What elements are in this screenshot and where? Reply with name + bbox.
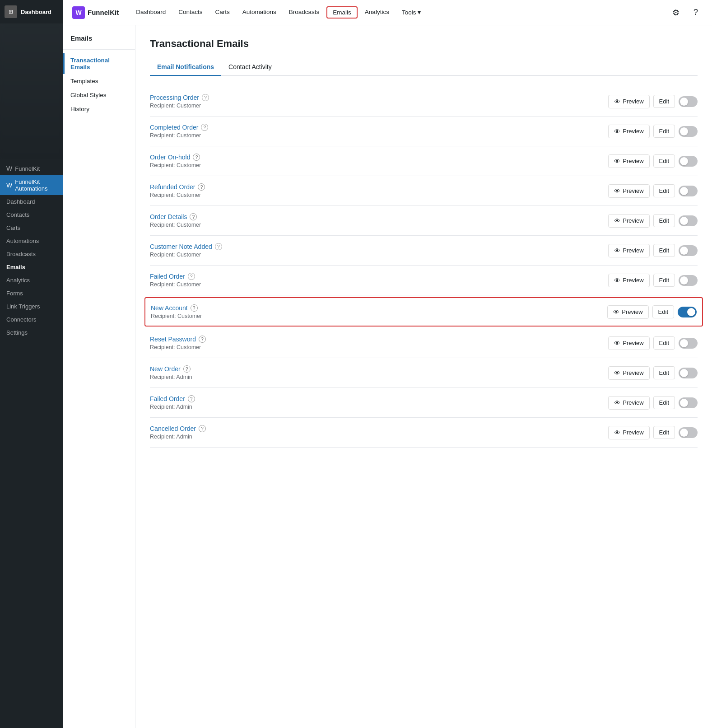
email-row-title-new-account[interactable]: New Account ? bbox=[151, 304, 607, 312]
email-row-subtitle-failed-order-admin: Recipient: Admin bbox=[150, 404, 608, 410]
sidebar-item-automations[interactable]: Automations bbox=[0, 234, 63, 247]
funnelkit-automations-icon: W bbox=[6, 182, 12, 189]
email-row-title-failed-order-customer[interactable]: Failed Order ? bbox=[150, 273, 608, 280]
help-icon-refunded-order[interactable]: ? bbox=[198, 183, 205, 191]
edit-button-processing-order[interactable]: Edit bbox=[653, 95, 675, 108]
help-icon-cancelled-order[interactable]: ? bbox=[199, 425, 206, 432]
preview-button-refunded-order[interactable]: 👁 Preview bbox=[608, 184, 649, 198]
nav-link-broadcasts[interactable]: Broadcasts bbox=[283, 0, 326, 25]
email-row-title-order-on-hold[interactable]: Order On-hold ? bbox=[150, 154, 608, 161]
preview-button-failed-order-admin[interactable]: 👁 Preview bbox=[608, 396, 649, 410]
help-icon-customer-note-added[interactable]: ? bbox=[215, 243, 222, 250]
preview-button-new-order[interactable]: 👁 Preview bbox=[608, 366, 649, 380]
sidebar-item-emails[interactable]: Emails bbox=[0, 261, 63, 274]
nav-link-tools[interactable]: Tools ▾ bbox=[396, 0, 427, 25]
settings-icon-button[interactable]: ⚙ bbox=[669, 5, 683, 20]
email-row-failed-order-admin: Failed Order ? Recipient: Admin 👁 Previe… bbox=[150, 388, 698, 418]
help-icon-button[interactable]: ? bbox=[689, 5, 703, 20]
toggle-processing-order[interactable] bbox=[679, 96, 698, 107]
sidebar-item-dashboard[interactable]: Dashboard bbox=[0, 195, 63, 208]
preview-button-new-account[interactable]: 👁 Preview bbox=[607, 305, 648, 319]
email-row-actions-order-on-hold: 👁 Preview Edit bbox=[608, 154, 698, 168]
sidebar-item-forms[interactable]: Forms bbox=[0, 287, 63, 300]
edit-button-failed-order-customer[interactable]: Edit bbox=[653, 274, 675, 287]
help-icon-new-order[interactable]: ? bbox=[183, 365, 191, 373]
help-icon-new-account[interactable]: ? bbox=[191, 304, 198, 312]
edit-button-customer-note-added[interactable]: Edit bbox=[653, 244, 675, 257]
preview-button-failed-order-customer[interactable]: 👁 Preview bbox=[608, 274, 649, 287]
emails-sidebar-item-transactional[interactable]: Transactional Emails bbox=[63, 53, 135, 74]
nav-link-analytics[interactable]: Analytics bbox=[358, 0, 396, 25]
top-nav-right: ⚙ ? bbox=[669, 5, 703, 20]
sidebar-item-analytics[interactable]: Analytics bbox=[0, 274, 63, 287]
toggle-completed-order[interactable] bbox=[679, 126, 698, 137]
help-icon-processing-order[interactable]: ? bbox=[202, 94, 209, 101]
sidebar-item-funnelkit[interactable]: W FunnelKit bbox=[0, 162, 63, 175]
email-row-title-failed-order-admin[interactable]: Failed Order ? bbox=[150, 395, 608, 402]
tab-email-notifications[interactable]: Email Notifications bbox=[150, 59, 221, 76]
sidebar-item-funnelkit-automations[interactable]: W FunnelKit Automations bbox=[0, 175, 63, 195]
edit-button-cancelled-order[interactable]: Edit bbox=[653, 426, 675, 439]
nav-link-carts[interactable]: Carts bbox=[209, 0, 236, 25]
preview-button-cancelled-order[interactable]: 👁 Preview bbox=[608, 426, 649, 439]
top-nav-logo[interactable]: W FunnelKit bbox=[72, 6, 119, 19]
help-icon-failed-order-admin[interactable]: ? bbox=[188, 395, 195, 402]
email-row-cancelled-order: Cancelled Order ? Recipient: Admin 👁 Pre… bbox=[150, 418, 698, 448]
email-row-title-new-order[interactable]: New Order ? bbox=[150, 365, 608, 373]
nav-link-dashboard[interactable]: Dashboard bbox=[130, 0, 172, 25]
edit-button-new-order[interactable]: Edit bbox=[653, 366, 675, 379]
email-row-title-reset-password[interactable]: Reset Password ? bbox=[150, 336, 608, 343]
sidebar-item-contacts[interactable]: Contacts bbox=[0, 208, 63, 221]
toggle-failed-order-admin[interactable] bbox=[679, 397, 698, 408]
help-icon-reset-password[interactable]: ? bbox=[199, 336, 206, 343]
sidebar-item-settings[interactable]: Settings bbox=[0, 326, 63, 339]
emails-sidebar-item-history[interactable]: History bbox=[63, 102, 135, 116]
toggle-new-account[interactable] bbox=[678, 307, 697, 317]
sidebar-item-carts[interactable]: Carts bbox=[0, 221, 63, 234]
edit-button-failed-order-admin[interactable]: Edit bbox=[653, 396, 675, 409]
email-row-title-processing-order[interactable]: Processing Order ? bbox=[150, 94, 608, 101]
edit-button-new-account[interactable]: Edit bbox=[652, 305, 674, 318]
help-icon-failed-order-customer[interactable]: ? bbox=[188, 273, 195, 280]
edit-button-reset-password[interactable]: Edit bbox=[653, 336, 675, 350]
emails-sidebar-item-templates[interactable]: Templates bbox=[63, 74, 135, 88]
tab-contact-activity[interactable]: Contact Activity bbox=[221, 59, 279, 76]
toggle-new-order[interactable] bbox=[679, 368, 698, 378]
edit-button-order-on-hold[interactable]: Edit bbox=[653, 154, 675, 168]
help-icon-order-on-hold[interactable]: ? bbox=[193, 154, 200, 161]
preview-button-order-on-hold[interactable]: 👁 Preview bbox=[608, 154, 649, 168]
toggle-slider-order-details bbox=[679, 215, 698, 226]
edit-button-refunded-order[interactable]: Edit bbox=[653, 184, 675, 197]
email-row-subtitle-reset-password: Recipient: Customer bbox=[150, 344, 608, 350]
email-row-title-completed-order[interactable]: Completed Order ? bbox=[150, 124, 608, 131]
nav-link-contacts[interactable]: Contacts bbox=[172, 0, 209, 25]
preview-button-reset-password[interactable]: 👁 Preview bbox=[608, 336, 649, 350]
emails-sidebar-item-global-styles[interactable]: Global Styles bbox=[63, 88, 135, 102]
eye-icon-new-account: 👁 bbox=[613, 308, 619, 316]
help-icon-order-details[interactable]: ? bbox=[190, 213, 197, 220]
toggle-order-on-hold[interactable] bbox=[679, 156, 698, 167]
sidebar-item-connectors[interactable]: Connectors bbox=[0, 313, 63, 326]
edit-button-order-details[interactable]: Edit bbox=[653, 214, 675, 227]
preview-button-customer-note-added[interactable]: 👁 Preview bbox=[608, 244, 649, 257]
toggle-customer-note-added[interactable] bbox=[679, 245, 698, 256]
preview-button-completed-order[interactable]: 👁 Preview bbox=[608, 125, 649, 138]
nav-link-automations[interactable]: Automations bbox=[236, 0, 283, 25]
toggle-cancelled-order[interactable] bbox=[679, 427, 698, 438]
email-row-title-cancelled-order[interactable]: Cancelled Order ? bbox=[150, 425, 608, 432]
edit-button-completed-order[interactable]: Edit bbox=[653, 125, 675, 138]
email-row-title-refunded-order[interactable]: Refunded Order ? bbox=[150, 183, 608, 191]
preview-button-processing-order[interactable]: 👁 Preview bbox=[608, 95, 649, 108]
toggle-failed-order-customer[interactable] bbox=[679, 275, 698, 286]
email-row-title-customer-note-added[interactable]: Customer Note Added ? bbox=[150, 243, 608, 250]
toggle-reset-password[interactable] bbox=[679, 338, 698, 349]
preview-button-order-details[interactable]: 👁 Preview bbox=[608, 214, 649, 228]
sidebar-item-broadcasts[interactable]: Broadcasts bbox=[0, 247, 63, 261]
toggle-order-details[interactable] bbox=[679, 215, 698, 226]
sidebar-item-link-triggers[interactable]: Link Triggers bbox=[0, 300, 63, 313]
nav-link-emails[interactable]: Emails bbox=[326, 6, 358, 19]
toggle-refunded-order[interactable] bbox=[679, 186, 698, 196]
email-row-title-order-details[interactable]: Order Details ? bbox=[150, 213, 608, 220]
help-icon-completed-order[interactable]: ? bbox=[201, 124, 208, 131]
wp-site-header[interactable]: ⊞ Dashboard bbox=[0, 0, 63, 23]
